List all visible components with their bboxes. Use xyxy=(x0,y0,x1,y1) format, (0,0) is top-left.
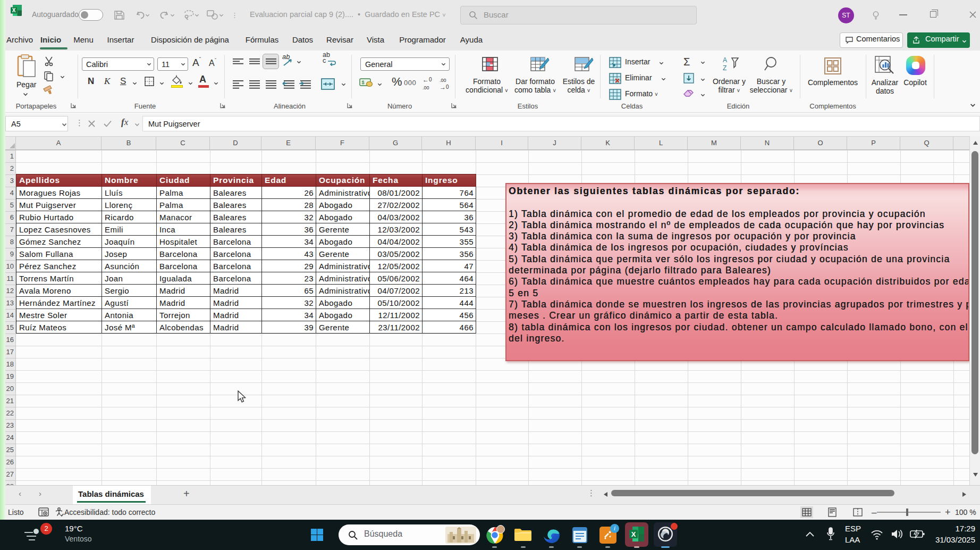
svg-text:X: X xyxy=(631,530,636,538)
svg-text:$: $ xyxy=(361,80,364,85)
svg-text:X: X xyxy=(12,7,16,13)
svg-text:A: A xyxy=(723,56,727,64)
svg-text:Z: Z xyxy=(723,64,726,72)
